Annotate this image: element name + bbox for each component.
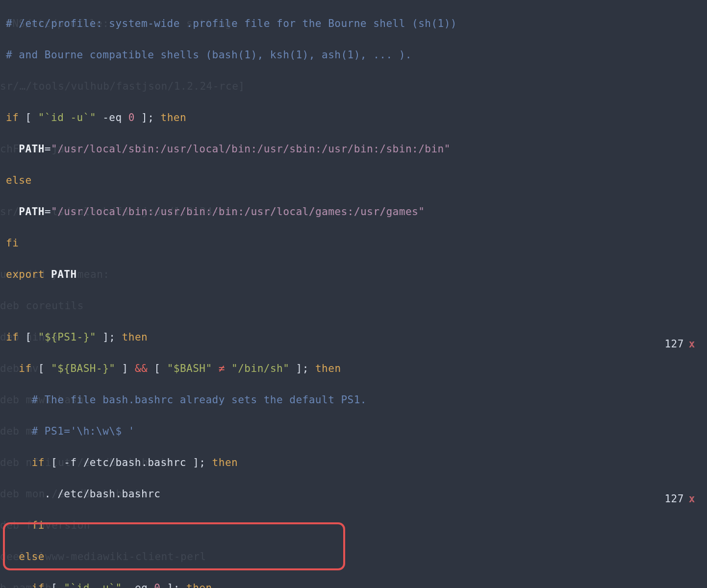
code-line: if [ "`id -u`" -eq 0 ]; then	[6, 110, 707, 125]
exit-code-badge: 127x	[664, 491, 695, 507]
code-line: else	[6, 549, 707, 564]
code-line: PATH="/usr/local/bin:/usr/bin:/bin:/usr/…	[6, 204, 707, 220]
code-line: # The file bash.bashrc already sets the …	[6, 392, 707, 408]
code-line: fi	[6, 517, 707, 533]
code-line: if [ -f /etc/bash.bashrc ]; then	[6, 455, 707, 470]
code-line: # /etc/profile: system-wide .profile fil…	[6, 16, 707, 31]
code-line: if [ "`id -u`" -eq 0 ]; then	[6, 580, 707, 588]
code-line: . /etc/bash.bashrc	[6, 486, 707, 502]
code-line: if [ "${BASH-}" ] && [ "$BASH" ≠ "/bin/s…	[6, 361, 707, 376]
code-line: fi	[6, 235, 707, 251]
code-line: else	[6, 172, 707, 188]
code-line: PATH="/usr/local/sbin:/usr/local/bin:/us…	[6, 141, 707, 157]
code-line: # PS1='\h:\w\$ '	[6, 423, 707, 439]
code-line: # and Bourne compatible shells (bash(1),…	[6, 47, 707, 63]
editor-content[interactable]: # /etc/profile: system-wide .profile fil…	[0, 0, 707, 588]
exit-code-badge: 127x	[664, 336, 695, 352]
code-line: export PATH	[6, 267, 707, 282]
code-line: if [ "${PS1-}" ]; then	[6, 329, 707, 345]
